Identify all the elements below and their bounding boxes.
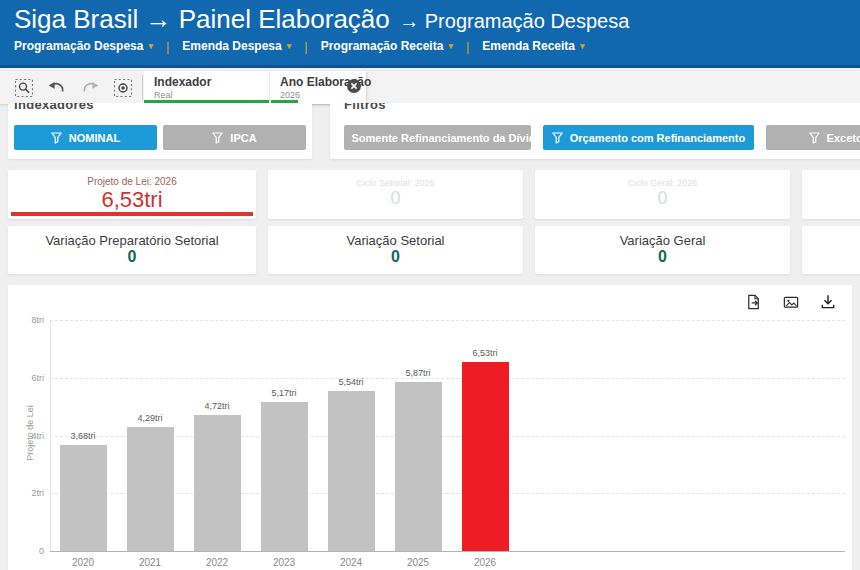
nav-item-emenda-despesa[interactable]: Emenda Despesa▾ xyxy=(182,39,291,53)
nav-separator: | xyxy=(166,39,169,54)
funnel-icon xyxy=(552,132,563,144)
x-tick-label: 2025 xyxy=(388,557,448,568)
nav-item-programacao-despesa[interactable]: Programação Despesa▾ xyxy=(14,39,153,53)
kpi-row-1: Projeto de Lei: 20266,53triCiclo Setoria… xyxy=(8,170,860,219)
toolbar-icons xyxy=(0,71,141,104)
y-tick-label: 8tri xyxy=(10,315,44,325)
chart-card: Projeto de Lei 02tri4tri6tri8tri3,68tri2… xyxy=(8,285,852,570)
bar-2021[interactable] xyxy=(127,427,174,551)
selection-value: 2026 xyxy=(280,90,340,100)
nav-item-emenda-receita[interactable]: Emenda Receita▾ xyxy=(482,39,584,53)
kpi-label: Ciclo Geral: 2026 xyxy=(535,178,790,188)
funnel-icon xyxy=(51,132,62,144)
filtros-buttons: Somente Refinanciamento da DívidaOrçamen… xyxy=(344,125,856,150)
app-root: Siga Brasil → Painel Elaboração → Progra… xyxy=(0,0,860,570)
kpi-label: Projeto de Lei: 2026 xyxy=(8,176,256,187)
gridline xyxy=(50,320,845,321)
nav-item-programacao-receita[interactable]: Programação Receita▾ xyxy=(321,39,453,53)
smart-search-icon[interactable] xyxy=(12,76,36,100)
y-tick-label: 0 xyxy=(10,546,44,556)
chevron-down-icon: ▾ xyxy=(287,41,292,51)
filter-button-label: Orçamento com Refinanciamento xyxy=(570,132,745,144)
kpi-card-ciclo-setorial-2026: Ciclo Setorial: 20260 xyxy=(268,170,523,219)
nav-item-label: Emenda Despesa xyxy=(182,39,281,53)
x-tick-label: 2022 xyxy=(187,557,247,568)
snapshot-icon[interactable] xyxy=(781,292,801,312)
nav-item-label: Emenda Receita xyxy=(482,39,575,53)
bar-value-label: 4,72tri xyxy=(187,401,247,411)
kpi-card-ciclo-geral-2026: Ciclo Geral: 20260 xyxy=(535,170,790,219)
y-axis-line xyxy=(50,320,51,551)
nav-separator: | xyxy=(304,39,307,54)
kpi-value: 0 xyxy=(268,189,523,208)
y-tick-label: 6tri xyxy=(10,373,44,383)
selection-value: Real xyxy=(154,90,259,100)
bar-2024[interactable] xyxy=(328,391,375,551)
panel-title-filtros: Filtros xyxy=(344,103,856,112)
kpi-value: 0 xyxy=(8,249,256,266)
kpi-label: Variação Geral xyxy=(535,233,790,248)
panel-title-indexadores: Indexadores xyxy=(14,103,306,112)
page-title-secondary: → Programação Despesa xyxy=(399,10,629,32)
chevron-down-icon: ▾ xyxy=(580,41,585,51)
bar-value-label: 3,68tri xyxy=(53,431,113,441)
x-tick-label: 2026 xyxy=(455,557,515,568)
selections-tool-icon[interactable] xyxy=(111,76,135,100)
filter-button-ipca[interactable]: IPCA xyxy=(163,125,306,150)
bar-2023[interactable] xyxy=(261,402,308,551)
page-title-primary: Siga Brasil → Painel Elaboração xyxy=(14,4,390,34)
kpi-card-variacao-geral: Variação Geral0 xyxy=(535,226,790,274)
download-icon[interactable] xyxy=(818,292,838,312)
filter-button-nominal[interactable]: NOMINAL xyxy=(14,125,157,150)
kpi-highlight-bar xyxy=(11,212,253,216)
selection-chip-ano-elaboracao[interactable]: Ano Elaboração2026 xyxy=(270,71,366,104)
kpi-row-2: Variação Preparatório Setorial0Variação … xyxy=(8,226,860,274)
export-data-icon[interactable] xyxy=(744,292,764,312)
filter-button-exceto-ref[interactable]: Exceto Ref xyxy=(766,125,860,150)
x-tick-label: 2023 xyxy=(254,557,314,568)
panel-title-clip: Indexadores xyxy=(14,103,306,113)
selection-field: Ano Elaboração xyxy=(280,75,340,89)
filter-button-label: Somente Refinanciamento da Dívida xyxy=(351,132,531,144)
step-back-icon[interactable] xyxy=(45,76,69,100)
bar-value-label: 5,17tri xyxy=(254,388,314,398)
bar-2022[interactable] xyxy=(194,415,241,551)
kpi-label: Ciclo Setorial: 2026 xyxy=(268,178,523,188)
close-icon xyxy=(346,78,362,94)
chart-toolbar xyxy=(744,292,838,312)
panel-filtros: Filtros Somente Refinanciamento da Dívid… xyxy=(330,103,860,159)
filter-button-orcamento-com-refinanciamento[interactable]: Orçamento com Refinanciamento xyxy=(543,125,754,150)
panel-indexadores: Indexadores NOMINALIPCA xyxy=(8,103,312,159)
current-selections: IndexadorRealAno Elaboração2026 xyxy=(144,71,366,104)
page-title: Siga Brasil → Painel Elaboração → Progra… xyxy=(14,5,860,35)
chevron-down-icon: ▾ xyxy=(448,41,453,51)
x-tick-label: 2021 xyxy=(120,557,180,568)
filter-button-label: Exceto Ref xyxy=(827,132,860,144)
selection-field: Indexador xyxy=(154,75,259,89)
filter-button-label: NOMINAL xyxy=(69,132,120,144)
filter-button-somente-refinanciamento-da-divida[interactable]: Somente Refinanciamento da Dívida xyxy=(344,125,531,150)
app-nav: Programação Despesa▾|Emenda Despesa▾|Pro… xyxy=(14,39,860,54)
indexadores-buttons: NOMINALIPCA xyxy=(14,125,306,150)
kpi-value: 0 xyxy=(535,189,790,208)
bar-value-label: 4,29tri xyxy=(120,413,180,423)
kpi-card-variacao-setorial: Variação Setorial0 xyxy=(268,226,523,274)
filter-button-label: IPCA xyxy=(230,132,256,144)
kpi-card-partial xyxy=(802,226,860,274)
kpi-label: Variação Preparatório Setorial xyxy=(8,233,256,248)
nav-item-label: Programação Despesa xyxy=(14,39,143,53)
bar-value-label: 5,87tri xyxy=(388,368,448,378)
y-tick-label: 2tri xyxy=(10,488,44,498)
bar-value-label: 5,54tri xyxy=(321,377,381,387)
kpi-value: 0 xyxy=(535,249,790,266)
gridline xyxy=(50,378,845,379)
selection-chip-indexador[interactable]: IndexadorReal xyxy=(144,71,270,104)
kpi-card-variacao-preparatorio-setorial: Variação Preparatório Setorial0 xyxy=(8,226,256,274)
kpi-label: Variação Setorial xyxy=(268,233,523,248)
bar-2025[interactable] xyxy=(395,382,442,551)
selection-toolbar: IndexadorRealAno Elaboração2026 xyxy=(0,71,860,105)
step-forward-icon[interactable] xyxy=(78,76,102,100)
clear-selection-button[interactable] xyxy=(346,78,362,94)
bar-2020[interactable] xyxy=(60,445,107,551)
bar-2026[interactable] xyxy=(462,362,509,551)
